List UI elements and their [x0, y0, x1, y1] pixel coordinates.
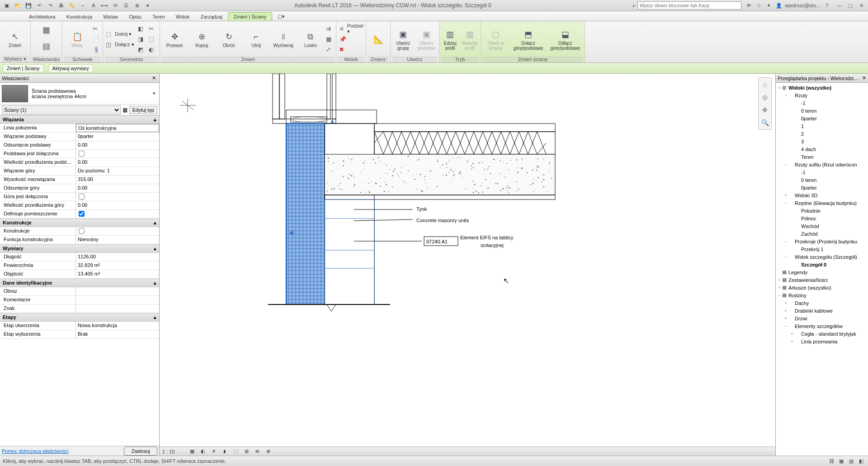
nav-zoom-icon[interactable]: 🔍: [760, 118, 770, 128]
subrib-0[interactable]: Zmień | Ściany: [3, 64, 44, 72]
prop-row[interactable]: Funkcja konstrukcyjnaNienośny: [0, 236, 159, 244]
tab-opisz[interactable]: Opisz: [123, 13, 147, 21]
save-icon[interactable]: 💾: [24, 1, 33, 10]
geo1-button[interactable]: ◧: [137, 24, 146, 33]
browser-close-icon[interactable]: ✕: [862, 75, 866, 81]
prop-row[interactable]: Konstrukcje: [0, 227, 159, 236]
prop-group[interactable]: Wymiary▴: [0, 244, 159, 253]
list-icon[interactable]: ☰: [121, 1, 131, 10]
app-menu-icon[interactable]: ▣: [2, 1, 12, 10]
shadow-icon[interactable]: ◗: [221, 448, 228, 455]
tab-teren[interactable]: Teren: [147, 13, 170, 21]
instance-filter[interactable]: Ściany (1): [2, 105, 121, 114]
user-icon[interactable]: 👤: [775, 1, 783, 10]
join-button[interactable]: ◫Dołącz ▾: [105, 40, 135, 49]
tree-node[interactable]: −◎Widoki (wszystko): [776, 84, 868, 91]
sync-icon[interactable]: ⟳: [110, 1, 120, 10]
geo4-button[interactable]: ✂: [148, 24, 157, 33]
drawing-canvas[interactable]: Tynk Concrete masonry units 07240.A1 Ele…: [160, 74, 775, 456]
attach-top-button[interactable]: ⬒Dołącz górę/podstawę: [511, 24, 546, 55]
cut-button[interactable]: ✂: [92, 24, 101, 33]
close-button[interactable]: ✕: [856, 1, 866, 10]
prop-row[interactable]: Powierzchnia32.829 m²: [0, 262, 159, 270]
prop-row[interactable]: Etap utworzeniaNowa konstrukcja: [0, 322, 159, 330]
undo-icon[interactable]: ↶: [34, 1, 44, 10]
tab-extra[interactable]: ▢▾: [272, 12, 290, 21]
user-name[interactable]: wjedrosz@stu…: [785, 1, 821, 10]
tree-node[interactable]: Wschód: [776, 222, 868, 230]
tree-node[interactable]: Przekrój 1: [776, 245, 868, 253]
minimize-button[interactable]: —: [835, 1, 844, 10]
copy-mod-button[interactable]: ⊕Kopiuj: [189, 24, 214, 55]
edit-type-button[interactable]: Edytuj typ: [129, 106, 157, 114]
subscription-icon[interactable]: 👁: [745, 1, 753, 10]
prop-row[interactable]: Znak: [0, 304, 159, 313]
tree-node[interactable]: Szczegół 0: [776, 261, 868, 268]
align-button[interactable]: ⫴Wyrównaj: [271, 24, 296, 55]
tree-node[interactable]: +▦Zestawienia/Ilości: [776, 276, 868, 284]
match-button[interactable]: 💈: [92, 45, 101, 54]
crop-show-icon[interactable]: ⊞: [243, 448, 250, 455]
delete-button[interactable]: ✖: [338, 45, 365, 54]
rotate-button[interactable]: ↻Obróć: [216, 24, 241, 55]
pin-button[interactable]: 📌: [338, 34, 365, 44]
tree-node[interactable]: 4 dach: [776, 145, 868, 153]
reset-profile-button[interactable]: ▥Resetuj profil: [461, 24, 479, 55]
tree-node[interactable]: 3: [776, 138, 868, 145]
prop-group[interactable]: Konstrukcje▴: [0, 219, 159, 227]
prop-group[interactable]: Wiązania▴: [0, 115, 159, 124]
tree-node[interactable]: −Rzuty sufitu (Rzut odwrócon: [776, 161, 868, 168]
tree-node[interactable]: -1: [776, 168, 868, 176]
visual-style-icon[interactable]: ◐: [199, 448, 207, 455]
nav-pan-icon[interactable]: ✥: [760, 105, 770, 115]
prop-row[interactable]: Objętość13.405 m³: [0, 270, 159, 279]
tree-node[interactable]: +Drzwi: [776, 314, 868, 322]
maximize-button[interactable]: ▢: [845, 1, 855, 10]
prop-row[interactable]: Wielkość przedłużenia góry0.00: [0, 201, 159, 210]
move-button[interactable]: ✥Przesuń: [162, 24, 187, 55]
tree-node[interactable]: −▦Rodziny: [776, 291, 868, 299]
array-button[interactable]: ▦: [325, 34, 334, 44]
status-bg-icon[interactable]: ◧: [857, 457, 865, 465]
tree-node[interactable]: −Elementy szczegółów: [776, 322, 868, 330]
properties-close-icon[interactable]: ✕: [150, 75, 157, 82]
mirror-button[interactable]: ⧉Lustro: [298, 24, 323, 55]
copy-button[interactable]: 📄: [92, 34, 101, 44]
align-icon[interactable]: ↔: [78, 1, 88, 10]
tab-zarzdzaj[interactable]: Zarządzaj: [195, 13, 227, 21]
prop-row[interactable]: Komentarze: [0, 296, 159, 304]
switch-win-icon[interactable]: ▾: [143, 1, 153, 10]
trim-button[interactable]: ⌐Utnij: [244, 24, 269, 55]
create-group-button[interactable]: ▣Utwórz grupę: [392, 24, 414, 55]
tree-node[interactable]: +▦Arkusze (wszystko): [776, 284, 868, 291]
geo5-button[interactable]: ⬚: [148, 34, 157, 44]
tab-zmieciany[interactable]: Zmień | Ściany: [228, 12, 273, 21]
prop-row[interactable]: Odsunięcie podstawy0.00: [0, 141, 159, 150]
tree-node[interactable]: Północ: [776, 214, 868, 222]
geo6-button[interactable]: ◐: [148, 45, 157, 54]
prop-row[interactable]: Długość1126.00: [0, 253, 159, 262]
tree-node[interactable]: −Rzędne (Elewacja budynku): [776, 199, 868, 207]
tab-wstaw[interactable]: Wstaw: [98, 13, 123, 21]
tab-architektura[interactable]: Architektura: [24, 13, 61, 21]
tree-node[interactable]: Południe: [776, 207, 868, 214]
tree-node[interactable]: 0 teren: [776, 107, 868, 114]
nav-home-icon[interactable]: ⌂: [760, 80, 770, 90]
measure-button[interactable]: 📐: [368, 24, 388, 55]
help-icon[interactable]: ?: [823, 1, 831, 10]
favorite-icon[interactable]: ☆: [755, 1, 763, 10]
hide-icon[interactable]: 👁: [254, 448, 261, 455]
tree-node[interactable]: 2: [776, 130, 868, 138]
close-hidden-icon[interactable]: ⊗: [132, 1, 142, 10]
subrib-1[interactable]: Aktywuj wymiary: [48, 64, 93, 72]
view-scale[interactable]: 1 : 10: [162, 449, 185, 454]
status-filter-icon[interactable]: ▥: [847, 457, 855, 465]
create-similar-button[interactable]: ▣Utwórz podobne: [416, 24, 438, 55]
geo3-button[interactable]: ◩: [137, 45, 146, 54]
cope-button[interactable]: ⬚Dotnij ▾: [105, 29, 135, 39]
prop-row[interactable]: Odsunięcie góry0.00: [0, 184, 159, 193]
print-icon[interactable]: 🖶: [56, 1, 66, 10]
wall-opening-button[interactable]: ▢Otwór w ścianie: [483, 24, 509, 55]
prop-group[interactable]: Dane identyfikacyjne▴: [0, 279, 159, 287]
detail-level-icon[interactable]: ▦: [189, 448, 196, 455]
